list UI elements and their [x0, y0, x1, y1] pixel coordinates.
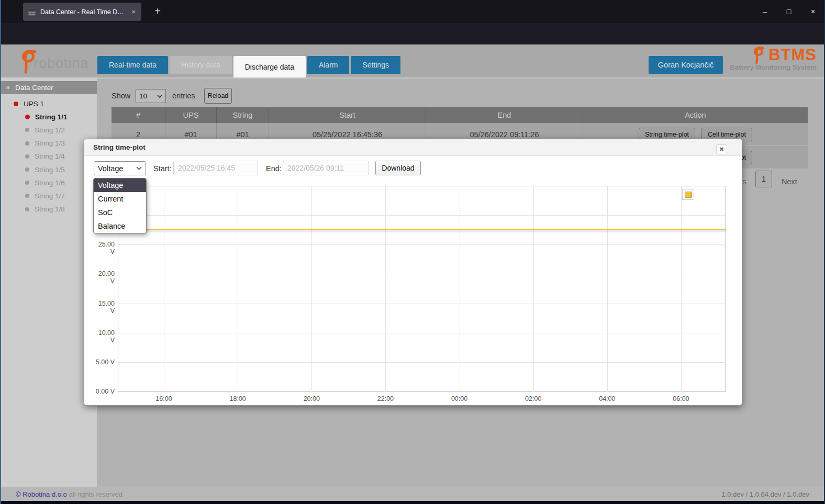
robotina-logo: robotina: [19, 48, 89, 74]
sidebar-item-label: String 1/1: [35, 113, 68, 121]
column-header-start[interactable]: Start: [269, 107, 426, 123]
plot-type-select[interactable]: Voltage: [94, 161, 146, 175]
tab-title: Data Center - Real Time Data: [40, 8, 126, 16]
x-tick-label: 20:00: [296, 395, 327, 402]
sidebar-item-label: String 1/8: [35, 205, 65, 213]
legend-swatch-voltage: [685, 192, 692, 198]
end-label: End:: [266, 164, 282, 173]
sidebar: Data Center UPS 1String 1/1String 1/2Str…: [1, 77, 97, 487]
sidebar-item-string-1-2[interactable]: String 1/2: [25, 125, 65, 135]
x-gridline: [164, 186, 164, 391]
dropdown-option-soc[interactable]: SoC: [94, 206, 146, 219]
page-size-select[interactable]: 10: [136, 89, 166, 103]
plot-area: [118, 186, 726, 391]
tab-alarm[interactable]: Alarm: [307, 56, 350, 74]
y-tick-label: 0.00 V: [94, 388, 115, 395]
chevron-down-icon: [157, 95, 162, 98]
tab-settings[interactable]: Settings: [351, 56, 400, 74]
sidebar-item-string-1-4[interactable]: String 1/4: [25, 151, 65, 162]
download-button[interactable]: Download: [375, 161, 421, 175]
sidebar-item-label: UPS 1: [24, 100, 44, 108]
column-header-action[interactable]: Action: [583, 107, 808, 123]
x-gridline: [238, 186, 238, 391]
sidebar-item-string-1-6[interactable]: String 1/6: [25, 177, 65, 188]
app-header: robotina Real-time dataHistory dataDisch…: [1, 44, 824, 77]
browser-window: Data Center - Real Time Data × + – □ × ←…: [0, 0, 825, 504]
sidebar-item-string-1-8[interactable]: String 1/8: [25, 204, 65, 215]
pagination-page-1[interactable]: 1: [755, 171, 772, 187]
robotina-link[interactable]: © Robotina d.o.o: [16, 490, 67, 498]
btms-swirl-icon: [752, 46, 767, 64]
chart-legend: [682, 189, 694, 200]
tab-close-icon[interactable]: ×: [130, 8, 137, 16]
end-datetime-input[interactable]: [283, 161, 369, 175]
browser-navbar: ← → https://192.168.0.29/gui/data_center…: [1, 23, 824, 44]
sidebar-item-string-1-1[interactable]: String 1/1: [25, 111, 68, 122]
y-gridline: [118, 304, 726, 304]
x-gridline: [607, 186, 608, 391]
maximize-button[interactable]: □: [785, 7, 793, 16]
y-gridline: [118, 333, 726, 333]
chevron-down-icon: [136, 166, 142, 170]
y-gridline: [118, 362, 726, 363]
sidebar-root-data-center[interactable]: Data Center: [1, 81, 97, 94]
window-bottom-edge: [1, 501, 824, 504]
close-button[interactable]: ×: [809, 7, 817, 16]
plot-type-dropdown: VoltageCurrentSoCBalance: [93, 178, 147, 233]
column-header-string[interactable]: String: [216, 107, 269, 123]
x-gridline: [533, 186, 534, 391]
voltage-series-line: [118, 229, 726, 230]
btms-subtitle: Battery Monitoring System: [730, 63, 817, 71]
calendar-favicon-icon: [28, 8, 36, 16]
column-header-ups[interactable]: UPS: [165, 107, 216, 123]
dropdown-option-voltage[interactable]: Voltage: [94, 178, 146, 192]
dialog-title: String time-plot: [93, 143, 146, 151]
x-gridline: [460, 186, 460, 391]
dropdown-option-current[interactable]: Current: [94, 192, 146, 206]
voltage-time-chart: 0.00 V5.00 V10.00 V15.00 V20.00 V25.00 V…: [94, 184, 733, 405]
tab-history-data[interactable]: History data: [170, 56, 232, 74]
dialog-close-icon[interactable]: ✖: [716, 144, 727, 154]
column-header-[interactable]: #: [112, 107, 165, 123]
robotina-logo-text: robotina: [34, 55, 89, 72]
x-gridline: [311, 186, 312, 391]
start-datetime-input[interactable]: [173, 161, 258, 175]
x-tick-label: 02:00: [518, 395, 549, 402]
tab-discharge-data[interactable]: Discharge data: [233, 56, 306, 77]
x-tick-label: 00:00: [444, 395, 475, 402]
y-gridline: [118, 215, 726, 216]
sidebar-item-string-1-5[interactable]: String 1/5: [25, 164, 65, 175]
pagination-next[interactable]: Next: [782, 177, 797, 186]
tree-bullet-icon: [14, 102, 18, 106]
y-tick-label: 5.00 V: [94, 359, 115, 366]
btms-logo: BTMS Battery Monitoring System: [730, 46, 817, 71]
entries-label: entries: [172, 92, 195, 100]
browser-tab[interactable]: Data Center - Real Time Data ×: [23, 3, 141, 21]
reload-button[interactable]: Reload: [204, 88, 232, 104]
tree-bullet-icon: [25, 154, 29, 159]
tree-bullet-icon: [25, 167, 29, 172]
y-gridline: [118, 244, 726, 245]
y-tick-label: 25.00 V: [94, 241, 115, 255]
sidebar-item-label: String 1/3: [35, 139, 65, 147]
user-button[interactable]: Goran Kocjančič: [649, 56, 723, 74]
dropdown-option-balance[interactable]: Balance: [94, 219, 146, 233]
browser-tabstrip: Data Center - Real Time Data × + – □ ×: [1, 0, 824, 23]
root-bullet-icon: [5, 85, 11, 91]
sidebar-item-string-1-3[interactable]: String 1/3: [25, 138, 65, 149]
y-tick-label: 20.00 V: [94, 270, 115, 285]
sidebar-item-label: String 1/2: [35, 126, 65, 134]
sidebar-item-ups-1[interactable]: UPS 1: [14, 98, 44, 109]
x-gridline: [385, 186, 386, 391]
new-tab-button[interactable]: +: [151, 4, 164, 18]
sidebar-item-label: String 1/7: [35, 192, 65, 200]
tab-real-time-data[interactable]: Real-time data: [97, 56, 168, 74]
sidebar-item-string-1-7[interactable]: String 1/7: [25, 191, 65, 201]
dialog-header: String time-plot: [84, 139, 742, 156]
x-tick-label: 18:00: [222, 395, 253, 402]
column-header-end[interactable]: End: [426, 107, 583, 123]
tree-bullet-icon: [25, 128, 29, 132]
show-label: Show: [112, 92, 130, 100]
page: robotina Real-time dataHistory dataDisch…: [1, 44, 824, 504]
minimize-button[interactable]: –: [761, 7, 768, 16]
